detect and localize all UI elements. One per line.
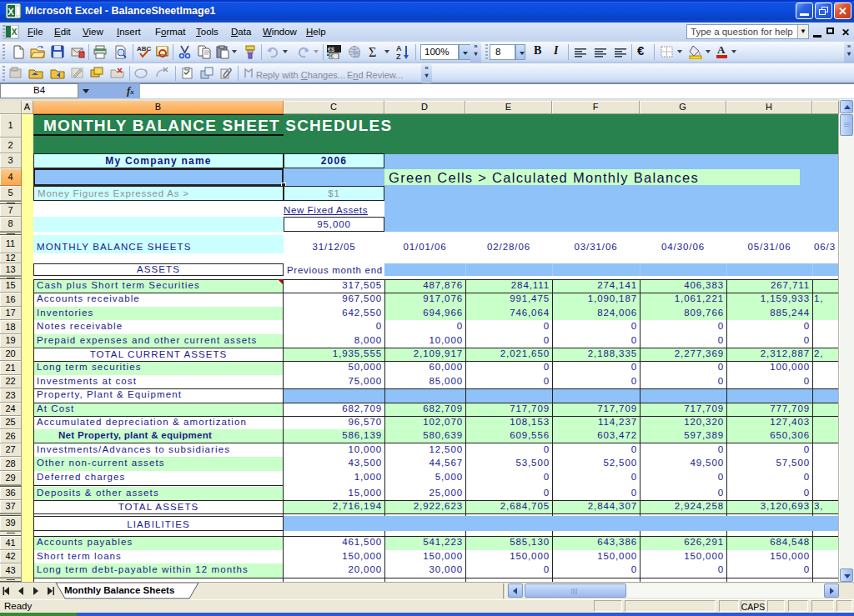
svg-text:A: A	[396, 44, 402, 53]
svg-text:X: X	[12, 28, 18, 37]
svg-text:€$: €$	[328, 47, 334, 53]
svg-text:Z: Z	[396, 53, 401, 60]
svg-text:€: €	[330, 53, 334, 59]
svg-text:X: X	[8, 7, 14, 17]
svg-text:ABC: ABC	[137, 45, 152, 53]
